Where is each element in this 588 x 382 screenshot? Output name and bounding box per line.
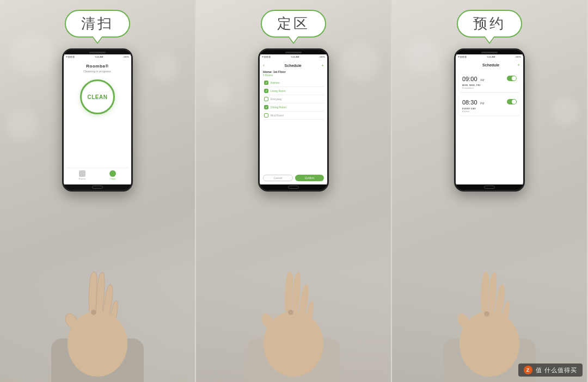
phone-1-signal: 中国联通 <box>66 56 75 58</box>
confirm-label: Confirm <box>305 176 315 180</box>
phone-2-time: 9:41 AM <box>291 56 299 58</box>
phone-2-nav-title: Schedule <box>285 64 302 67</box>
tooltip-clean-text: 清扫 <box>81 14 114 33</box>
tooltip-clean: 清扫 <box>65 10 130 38</box>
phone-3-speaker <box>481 52 498 53</box>
main-container: 清扫 中国联通 9:41 AM 100% <box>0 0 588 382</box>
footer-rooms-label: Rooms <box>79 177 86 180</box>
room-name-entryway: Entryway <box>271 97 282 101</box>
room-checkbox-mud[interactable] <box>264 113 268 118</box>
phone-2-nav: ‹ Schedule + <box>263 63 324 68</box>
phone-3-nav: Schedule + <box>459 63 520 67</box>
confirm-button[interactable]: Confirm <box>295 175 324 181</box>
schedule-1-time: 09:00 AM <box>462 73 484 83</box>
phone-2-battery: 100% <box>320 56 325 58</box>
watermark-text: 值 什么值得买 <box>536 366 577 374</box>
phone-3-statusbar: 中国联通 9:41 AM 100% <box>456 54 523 59</box>
tooltip-schedule: 预约 <box>457 10 522 38</box>
panel-schedule: 预约 中国联通 9:41 AM 100% <box>392 0 588 382</box>
room-item-kitchen: ✓ Kitchen <box>263 79 324 87</box>
phone-3-app-screen: Schedule + 09:00 AM <box>456 59 523 184</box>
panel-3-content: 中国联通 9:41 AM 100% Schedule + <box>454 38 525 382</box>
phone-3-nav-title: Schedule <box>482 63 499 67</box>
phone-2-rooms-count: 5 Rooms <box>263 74 324 77</box>
phone-2-app-screen: ‹ Schedule + Home: 1st Floor 5 Rooms ✓ K… <box>260 59 327 184</box>
phone-3-signal: 中国联通 <box>458 56 467 58</box>
svg-point-4 <box>91 310 96 315</box>
phone-1-time: 9:41 AM <box>95 56 103 58</box>
room-checkbox-living[interactable]: ✓ <box>264 89 268 93</box>
phone-3-battery: 100% <box>516 56 521 58</box>
tooltip-zone: 定区 <box>261 10 326 38</box>
phone-3-top <box>456 50 523 54</box>
phone-1-app-screen: Roomba® Cleaning in progress. CLEAN Room… <box>64 59 131 184</box>
phone-1: 中国联通 9:41 AM 100% Roomba® Cleaning in pr… <box>62 48 133 192</box>
phone-2-nav-back[interactable]: ‹ <box>263 63 265 68</box>
hand-2 <box>239 186 348 382</box>
room-item-living: ✓ Living Room <box>263 87 324 95</box>
svg-point-3 <box>69 311 126 371</box>
room-name-dining: Dining Room <box>271 106 286 109</box>
room-checkbox-entryway[interactable] <box>264 97 268 101</box>
rooms-icon <box>79 170 85 177</box>
watermark-logo-text: Z <box>526 367 530 373</box>
room-name-mud: Mud Room <box>271 114 284 117</box>
phone-1-screen: 中国联通 9:41 AM 100% Roomba® Cleaning in pr… <box>64 54 131 184</box>
phone-1-statusbar: 中国联通 9:41 AM 100% <box>64 54 131 59</box>
clean-button-label: CLEAN <box>88 94 108 100</box>
phone-2-signal: 中国联通 <box>262 56 271 58</box>
phone-1-speaker <box>89 52 106 53</box>
svg-point-9 <box>288 310 293 315</box>
watermark-logo: Z <box>524 366 532 374</box>
svg-point-8 <box>265 311 322 371</box>
schedule-1-toggle[interactable] <box>507 76 517 81</box>
phone-2-speaker <box>285 52 302 53</box>
phone-1-top <box>64 50 131 54</box>
tooltip-zone-text: 定区 <box>277 14 310 33</box>
panel-1-content: 中国联通 9:41 AM 100% Roomba® Cleaning in pr… <box>62 38 133 382</box>
phone-1-app-title: Roomba® <box>86 64 108 69</box>
footer-rooms: Rooms <box>79 170 86 180</box>
phone-2-footer-buttons: Cancel Confirm <box>263 173 324 181</box>
room-checkbox-dining[interactable]: ✓ <box>264 105 268 109</box>
clean-icon <box>109 170 116 177</box>
room-name-living: Living Room <box>271 89 286 93</box>
panel-zone: 定区 中国联通 9:41 AM 100% <box>196 0 392 382</box>
phone-3-nav-plus[interactable]: + <box>517 63 520 67</box>
schedule-2-toggle[interactable] <box>507 99 517 104</box>
schedule-2-row1: 08:30 PM <box>462 97 517 107</box>
schedule-1-location: Everywhere <box>462 87 517 89</box>
phone-3-container: 中国联通 9:41 AM 100% Schedule + <box>454 43 525 382</box>
footer-clean-label: Clean <box>110 177 115 180</box>
room-name-kitchen: Kitchen <box>271 81 280 84</box>
phone-2-nav-plus[interactable]: + <box>321 63 324 68</box>
room-item-mud: Mud Room <box>263 112 324 120</box>
schedule-2-location: Kitchen <box>462 110 517 113</box>
phone-2-location: Home: 1st Floor <box>263 70 324 73</box>
cancel-label: Cancel <box>274 176 283 180</box>
phone-3: 中国联通 9:41 AM 100% Schedule + <box>454 48 525 192</box>
phone-1-battery: 100% <box>124 56 129 58</box>
room-item-dining: ✓ Dining Room <box>263 103 324 112</box>
hand-3 <box>435 186 544 382</box>
phone-2-top <box>260 50 327 54</box>
svg-point-13 <box>461 311 518 371</box>
room-checkbox-kitchen[interactable]: ✓ <box>264 81 268 85</box>
phone-2-container: 中国联通 9:41 AM 100% ‹ Schedule + Home: 1st… <box>258 43 329 382</box>
svg-point-14 <box>484 311 489 317</box>
phone-1-status-text: Cleaning in progress. <box>83 70 112 73</box>
panel-clean: 清扫 中国联通 9:41 AM 100% <box>0 0 196 382</box>
panel-2-content: 中国联通 9:41 AM 100% ‹ Schedule + Home: 1st… <box>258 38 329 382</box>
phone-2-statusbar: 中国联通 9:41 AM 100% <box>260 54 327 59</box>
schedule-2-time: 08:30 PM <box>462 97 484 107</box>
phone-1-footer: Rooms Clean <box>67 168 128 180</box>
clean-button[interactable]: CLEAN <box>80 79 115 114</box>
phone-2: 中国联通 9:41 AM 100% ‹ Schedule + Home: 1st… <box>258 48 329 192</box>
cancel-button[interactable]: Cancel <box>263 175 293 181</box>
schedule-1-row1: 09:00 AM <box>462 73 517 83</box>
phone-1-container: 中国联通 9:41 AM 100% Roomba® Cleaning in pr… <box>62 43 133 382</box>
footer-clean: Clean <box>109 170 116 180</box>
phone-3-screen: 中国联通 9:41 AM 100% Schedule + <box>456 54 523 184</box>
phone-3-time: 9:41 AM <box>487 56 495 58</box>
schedule-item-1: 09:00 AM MON, WED, FRI Everywhere <box>459 71 520 92</box>
